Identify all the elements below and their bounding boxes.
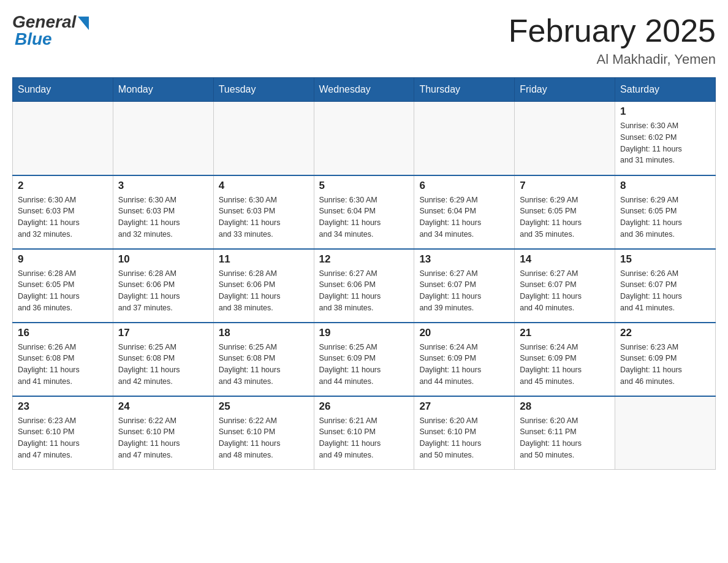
day-number: 1 <box>620 105 710 118</box>
page-header: General Blue February 2025 Al Makhadir, … <box>12 12 716 67</box>
table-row <box>113 102 213 175</box>
table-row: 8Sunrise: 6:29 AMSunset: 6:05 PMDaylight… <box>615 175 716 249</box>
day-number: 14 <box>520 253 610 266</box>
day-number: 17 <box>118 327 208 339</box>
day-info: Sunrise: 6:22 AMSunset: 6:10 PMDaylight:… <box>118 415 208 461</box>
day-info: Sunrise: 6:28 AMSunset: 6:06 PMDaylight:… <box>219 268 309 314</box>
day-info: Sunrise: 6:30 AMSunset: 6:04 PMDaylight:… <box>319 194 409 240</box>
table-row: 10Sunrise: 6:28 AMSunset: 6:06 PMDayligh… <box>113 249 213 323</box>
col-sunday: Sunday <box>13 78 113 102</box>
day-number: 26 <box>319 400 409 413</box>
table-row: 20Sunrise: 6:24 AMSunset: 6:09 PMDayligh… <box>414 323 515 396</box>
calendar-header-row: Sunday Monday Tuesday Wednesday Thursday… <box>13 78 716 102</box>
table-row <box>13 102 113 175</box>
table-row: 28Sunrise: 6:20 AMSunset: 6:11 PMDayligh… <box>515 396 615 470</box>
day-info: Sunrise: 6:23 AMSunset: 6:09 PMDaylight:… <box>620 342 710 388</box>
col-saturday: Saturday <box>615 78 716 102</box>
day-number: 9 <box>18 253 108 266</box>
table-row: 12Sunrise: 6:27 AMSunset: 6:06 PMDayligh… <box>314 249 414 323</box>
logo: General Blue <box>12 12 89 49</box>
day-number: 16 <box>18 327 108 339</box>
table-row: 26Sunrise: 6:21 AMSunset: 6:10 PMDayligh… <box>314 396 414 470</box>
table-row <box>314 102 414 175</box>
day-info: Sunrise: 6:27 AMSunset: 6:07 PMDaylight:… <box>419 268 509 314</box>
table-row: 23Sunrise: 6:23 AMSunset: 6:10 PMDayligh… <box>13 396 113 470</box>
col-friday: Friday <box>515 78 615 102</box>
table-row <box>515 102 615 175</box>
day-info: Sunrise: 6:22 AMSunset: 6:10 PMDaylight:… <box>219 415 309 461</box>
day-number: 24 <box>118 400 208 413</box>
col-monday: Monday <box>113 78 213 102</box>
day-number: 3 <box>118 180 208 192</box>
table-row: 19Sunrise: 6:25 AMSunset: 6:09 PMDayligh… <box>314 323 414 396</box>
day-info: Sunrise: 6:27 AMSunset: 6:06 PMDaylight:… <box>319 268 409 314</box>
table-row: 2Sunrise: 6:30 AMSunset: 6:03 PMDaylight… <box>13 175 113 249</box>
table-row: 25Sunrise: 6:22 AMSunset: 6:10 PMDayligh… <box>213 396 314 470</box>
calendar-week-row: 9Sunrise: 6:28 AMSunset: 6:05 PMDaylight… <box>13 249 716 323</box>
day-number: 8 <box>620 180 710 192</box>
day-info: Sunrise: 6:29 AMSunset: 6:05 PMDaylight:… <box>520 194 610 240</box>
calendar-week-row: 1Sunrise: 6:30 AMSunset: 6:02 PMDaylight… <box>13 102 716 175</box>
day-info: Sunrise: 6:23 AMSunset: 6:10 PMDaylight:… <box>18 415 108 461</box>
day-number: 23 <box>18 400 108 413</box>
table-row: 18Sunrise: 6:25 AMSunset: 6:08 PMDayligh… <box>213 323 314 396</box>
col-wednesday: Wednesday <box>314 78 414 102</box>
table-row: 3Sunrise: 6:30 AMSunset: 6:03 PMDaylight… <box>113 175 213 249</box>
day-number: 25 <box>219 400 309 413</box>
calendar-table: Sunday Monday Tuesday Wednesday Thursday… <box>12 77 716 470</box>
table-row <box>213 102 314 175</box>
table-row: 15Sunrise: 6:26 AMSunset: 6:07 PMDayligh… <box>615 249 716 323</box>
day-info: Sunrise: 6:24 AMSunset: 6:09 PMDaylight:… <box>520 342 610 388</box>
table-row: 11Sunrise: 6:28 AMSunset: 6:06 PMDayligh… <box>213 249 314 323</box>
calendar-week-row: 2Sunrise: 6:30 AMSunset: 6:03 PMDaylight… <box>13 175 716 249</box>
day-number: 13 <box>419 253 509 266</box>
day-number: 28 <box>520 400 610 413</box>
table-row: 14Sunrise: 6:27 AMSunset: 6:07 PMDayligh… <box>515 249 615 323</box>
day-number: 2 <box>18 180 108 192</box>
day-number: 7 <box>520 180 610 192</box>
day-number: 21 <box>520 327 610 339</box>
day-number: 10 <box>118 253 208 266</box>
day-number: 6 <box>419 180 509 192</box>
month-title: February 2025 <box>509 12 716 49</box>
table-row <box>414 102 515 175</box>
col-thursday: Thursday <box>414 78 515 102</box>
table-row: 4Sunrise: 6:30 AMSunset: 6:03 PMDaylight… <box>213 175 314 249</box>
table-row: 1Sunrise: 6:30 AMSunset: 6:02 PMDaylight… <box>615 102 716 175</box>
day-info: Sunrise: 6:27 AMSunset: 6:07 PMDaylight:… <box>520 268 610 314</box>
calendar-week-row: 23Sunrise: 6:23 AMSunset: 6:10 PMDayligh… <box>13 396 716 470</box>
day-info: Sunrise: 6:25 AMSunset: 6:08 PMDaylight:… <box>219 342 309 388</box>
table-row: 6Sunrise: 6:29 AMSunset: 6:04 PMDaylight… <box>414 175 515 249</box>
day-info: Sunrise: 6:29 AMSunset: 6:05 PMDaylight:… <box>620 194 710 240</box>
day-info: Sunrise: 6:29 AMSunset: 6:04 PMDaylight:… <box>419 194 509 240</box>
day-info: Sunrise: 6:20 AMSunset: 6:10 PMDaylight:… <box>419 415 509 461</box>
day-info: Sunrise: 6:30 AMSunset: 6:03 PMDaylight:… <box>219 194 309 240</box>
day-number: 4 <box>219 180 309 192</box>
day-number: 5 <box>319 180 409 192</box>
day-info: Sunrise: 6:21 AMSunset: 6:10 PMDaylight:… <box>319 415 409 461</box>
table-row: 7Sunrise: 6:29 AMSunset: 6:05 PMDaylight… <box>515 175 615 249</box>
table-row: 5Sunrise: 6:30 AMSunset: 6:04 PMDaylight… <box>314 175 414 249</box>
day-info: Sunrise: 6:30 AMSunset: 6:02 PMDaylight:… <box>620 120 710 166</box>
calendar-week-row: 16Sunrise: 6:26 AMSunset: 6:08 PMDayligh… <box>13 323 716 396</box>
table-row: 13Sunrise: 6:27 AMSunset: 6:07 PMDayligh… <box>414 249 515 323</box>
day-info: Sunrise: 6:24 AMSunset: 6:09 PMDaylight:… <box>419 342 509 388</box>
day-number: 19 <box>319 327 409 339</box>
table-row <box>615 396 716 470</box>
col-tuesday: Tuesday <box>213 78 314 102</box>
day-info: Sunrise: 6:25 AMSunset: 6:09 PMDaylight:… <box>319 342 409 388</box>
day-info: Sunrise: 6:28 AMSunset: 6:06 PMDaylight:… <box>118 268 208 314</box>
logo-arrow-icon <box>78 17 89 30</box>
table-row: 22Sunrise: 6:23 AMSunset: 6:09 PMDayligh… <box>615 323 716 396</box>
day-info: Sunrise: 6:30 AMSunset: 6:03 PMDaylight:… <box>118 194 208 240</box>
day-number: 20 <box>419 327 509 339</box>
day-number: 15 <box>620 253 710 266</box>
table-row: 21Sunrise: 6:24 AMSunset: 6:09 PMDayligh… <box>515 323 615 396</box>
title-section: February 2025 Al Makhadir, Yemen <box>509 12 716 67</box>
table-row: 16Sunrise: 6:26 AMSunset: 6:08 PMDayligh… <box>13 323 113 396</box>
day-number: 11 <box>219 253 309 266</box>
day-info: Sunrise: 6:25 AMSunset: 6:08 PMDaylight:… <box>118 342 208 388</box>
logo-blue-text: Blue <box>15 29 52 49</box>
day-number: 18 <box>219 327 309 339</box>
day-info: Sunrise: 6:28 AMSunset: 6:05 PMDaylight:… <box>18 268 108 314</box>
